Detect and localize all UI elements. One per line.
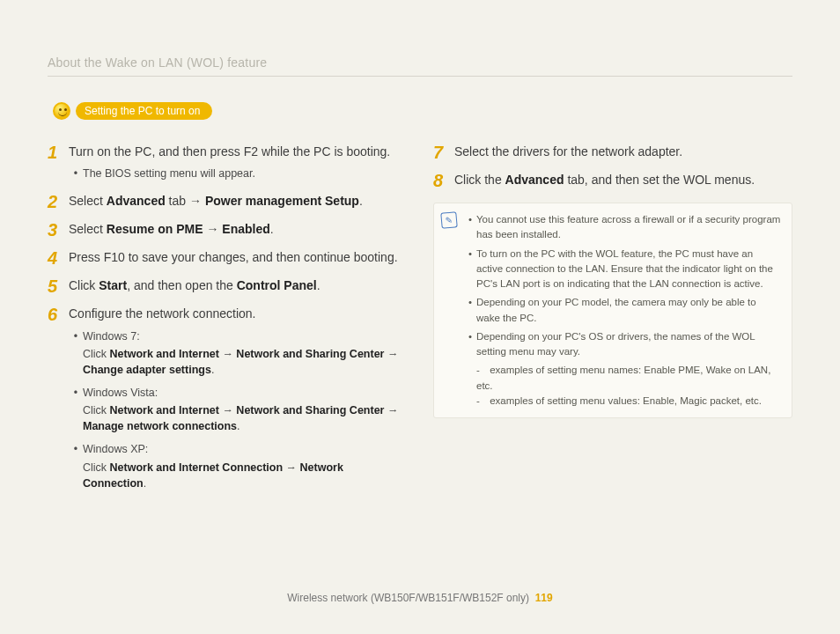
header-divider — [48, 76, 792, 77]
page-footer: Wireless network (WB150F/WB151F/WB152F o… — [0, 592, 840, 604]
step-body: Turn on the PC, and then press F2 while … — [69, 143, 390, 183]
footer-text: Wireless network (WB150F/WB151F/WB152F o… — [287, 592, 529, 604]
smiley-icon — [53, 102, 70, 120]
step: 1Turn on the PC, and then press F2 while… — [48, 143, 407, 183]
step-body: Select the drivers for the network adapt… — [454, 143, 682, 162]
step-body: Click Start, and then open the Control P… — [69, 276, 321, 296]
step-body: Click the Advanced tab, and then set the… — [454, 171, 755, 190]
section-badge: Setting the PC to turn on — [53, 102, 212, 120]
step-number: 1 — [48, 143, 69, 183]
content-columns: 1Turn on the PC, and then press F2 while… — [48, 143, 792, 507]
step-body: Configure the network connection.•Window… — [69, 305, 407, 498]
step-body: Select Resume on PME → Enabled. — [69, 220, 274, 240]
badge-label: Setting the PC to turn on — [76, 102, 212, 120]
step: 7Select the drivers for the network adap… — [433, 143, 792, 162]
step: 3Select Resume on PME → Enabled. — [48, 220, 407, 240]
step-number: 3 — [48, 220, 69, 240]
step-number: 5 — [48, 276, 69, 296]
step-number: 4 — [48, 248, 69, 268]
step: 4Press F10 to save your changes, and the… — [48, 248, 407, 268]
page-section-title: About the Wake on LAN (WOL) feature — [48, 55, 267, 70]
step-body: Select Advanced tab → Power management S… — [69, 192, 363, 211]
step-number: 2 — [48, 192, 69, 211]
page-number: 119 — [535, 592, 553, 604]
step: 6Configure the network connection.•Windo… — [48, 305, 407, 498]
step-body: Press F10 to save your changes, and then… — [69, 248, 398, 268]
step-number: 7 — [433, 143, 454, 162]
step-number: 8 — [433, 171, 454, 190]
note-box: ✎•You cannot use this feature across a f… — [433, 203, 792, 418]
left-column: 1Turn on the PC, and then press F2 while… — [48, 143, 407, 507]
note-icon: ✎ — [440, 211, 458, 229]
step: 8Click the Advanced tab, and then set th… — [433, 171, 792, 190]
step-number: 6 — [48, 305, 69, 498]
right-column: 7Select the drivers for the network adap… — [433, 143, 792, 507]
step: 2Select Advanced tab → Power management … — [48, 192, 407, 211]
step: 5Click Start, and then open the Control … — [48, 276, 407, 296]
